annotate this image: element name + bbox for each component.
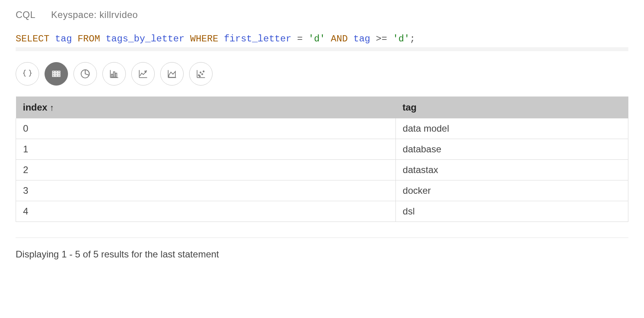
json-view-button[interactable] (16, 62, 39, 86)
column-label: tag (402, 102, 417, 113)
query-token: tags_by_letter (106, 34, 184, 44)
cell-index: 1 (16, 139, 396, 160)
results-table: index↑tag 0data model1database2datastax3… (16, 96, 628, 222)
cell-index: 3 (16, 180, 396, 201)
column-label: index (23, 102, 48, 113)
bar-chart-button[interactable] (102, 62, 126, 86)
pie-chart-button[interactable] (73, 62, 97, 86)
query-token (303, 34, 308, 44)
query-token: 'd' (393, 34, 410, 44)
header-bar: CQL Keyspace: killrvideo (16, 9, 628, 20)
cql-query[interactable]: SELECT tag FROM tags_by_letter WHERE fir… (16, 31, 628, 51)
query-token: ; (410, 34, 415, 44)
query-token (370, 34, 376, 44)
query-token: SELECT (16, 34, 49, 44)
result-view-switcher (16, 62, 628, 86)
query-token: FROM (77, 34, 100, 44)
query-token: first_letter (224, 34, 292, 44)
query-token (100, 34, 106, 44)
area-chart-icon (166, 68, 177, 79)
sort-arrow-icon: ↑ (50, 104, 54, 112)
column-header-tag[interactable]: tag (395, 96, 628, 118)
table-row: 0data model (16, 118, 628, 139)
cell-index: 4 (16, 201, 396, 222)
cell-tag: database (395, 139, 628, 160)
area-chart-button[interactable] (160, 62, 184, 86)
cell-tag: data model (395, 118, 628, 139)
line-chart-button[interactable] (131, 62, 155, 86)
cell-tag: datastax (395, 160, 628, 180)
table-row: 1database (16, 139, 628, 160)
table-row: 2datastax (16, 160, 628, 180)
cell-index: 0 (16, 118, 396, 139)
line-chart-icon (138, 68, 148, 79)
query-token (348, 34, 353, 44)
query-token (292, 34, 297, 44)
query-token: AND (331, 34, 348, 44)
query-token (184, 34, 190, 44)
cell-tag: dsl (395, 201, 628, 222)
query-token (218, 34, 224, 44)
braces-icon (22, 68, 33, 79)
scatter-chart-button[interactable] (189, 62, 213, 86)
query-token (49, 34, 55, 44)
query-token: tag (55, 34, 72, 44)
query-token: >= (376, 34, 387, 44)
bar-chart-icon (109, 68, 120, 79)
cell-tag: docker (395, 180, 628, 201)
column-header-index[interactable]: index↑ (16, 96, 396, 118)
results-status: Displaying 1 - 5 of 5 results for the la… (16, 249, 628, 260)
pie-chart-icon (80, 68, 91, 79)
query-token: = (297, 34, 302, 44)
scatter-chart-icon (195, 68, 206, 79)
table-view-button[interactable] (45, 62, 68, 86)
query-token: tag (353, 34, 370, 44)
keyspace-label: Keyspace: killrvideo (51, 9, 138, 20)
divider (16, 238, 628, 238)
query-token (387, 34, 393, 44)
table-row: 4dsl (16, 201, 628, 222)
query-token: WHERE (190, 34, 218, 44)
query-token (72, 34, 77, 44)
table-grid-icon (51, 68, 62, 79)
lang-label: CQL (16, 9, 36, 20)
query-token (325, 34, 331, 44)
cell-index: 2 (16, 160, 396, 180)
query-token: 'd' (308, 34, 325, 44)
table-row: 3docker (16, 180, 628, 201)
